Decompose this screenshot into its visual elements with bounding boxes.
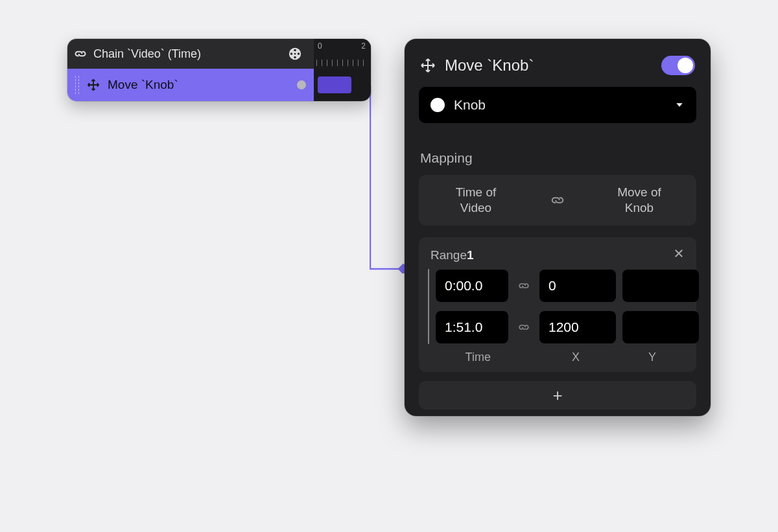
- range-x-input[interactable]: 1200: [539, 311, 616, 343]
- chain-step-row[interactable]: Move `Knob`: [67, 69, 371, 101]
- range-x-input[interactable]: 0: [539, 270, 616, 302]
- chain-node-panel: Chain `Video` (Time) 0 2: [67, 39, 371, 101]
- range-remove-button[interactable]: [673, 248, 685, 262]
- drag-handle-icon[interactable]: [75, 76, 79, 94]
- range-panel: Range1 0:00.0 0: [419, 237, 696, 372]
- svg-point-6: [294, 53, 296, 55]
- range-y-input[interactable]: [622, 270, 699, 302]
- svg-point-3: [294, 56, 296, 59]
- move-icon: [420, 58, 436, 73]
- status-dot-icon: [297, 80, 306, 89]
- chain-link-icon: [545, 193, 571, 207]
- range-row: 1:51.0 1200: [436, 311, 699, 343]
- chevron-down-icon: [674, 100, 685, 110]
- inspector-title: Move `Knob`: [445, 56, 652, 75]
- connector-line: [370, 86, 408, 273]
- range-column-labels: Time X Y: [428, 351, 687, 364]
- target-label: Knob: [454, 97, 486, 113]
- svg-point-4: [290, 52, 293, 55]
- ruler-ticks: [316, 60, 368, 66]
- chain-link-icon: [515, 321, 533, 333]
- target-select[interactable]: Knob: [419, 87, 696, 123]
- mapping-source: Time of Video: [430, 185, 521, 216]
- timeline-range-block[interactable]: [318, 76, 351, 93]
- ruler-tick-2: 2: [361, 41, 366, 51]
- range-time-input[interactable]: 0:00.0: [436, 270, 508, 302]
- chain-step-title: Move `Knob`: [108, 78, 178, 92]
- chain-link-icon: [515, 280, 533, 292]
- range-y-input[interactable]: [622, 311, 699, 343]
- chain-title-area[interactable]: Chain `Video` (Time): [67, 39, 314, 69]
- chain-node-header: Chain `Video` (Time) 0 2: [67, 39, 371, 69]
- mapping-destination: Move of Knob: [594, 185, 685, 216]
- film-reel-icon: [287, 45, 303, 62]
- timeline-ruler[interactable]: 0 2: [314, 39, 371, 69]
- range-label: Range1: [430, 248, 474, 262]
- add-range-button[interactable]: +: [419, 381, 696, 410]
- chain-link-icon: [74, 47, 87, 60]
- timeline-track[interactable]: [314, 69, 371, 101]
- svg-point-2: [294, 49, 296, 52]
- range-row: 0:00.0 0: [436, 270, 699, 302]
- ruler-tick-0: 0: [318, 41, 322, 51]
- chain-title-text: Chain `Video` (Time): [93, 47, 201, 61]
- svg-point-5: [298, 52, 300, 55]
- enabled-toggle[interactable]: [661, 56, 695, 75]
- mapping-section-title: Mapping: [420, 150, 696, 166]
- target-shape-icon: [430, 98, 445, 112]
- mapping-summary[interactable]: Time of Video Move of Knob: [419, 175, 696, 226]
- range-time-input[interactable]: 1:51.0: [436, 311, 508, 343]
- move-icon: [87, 78, 100, 91]
- inspector-panel: Move `Knob` Knob Mapping Time of Video M…: [405, 39, 711, 416]
- range-bracket-icon: [428, 269, 429, 344]
